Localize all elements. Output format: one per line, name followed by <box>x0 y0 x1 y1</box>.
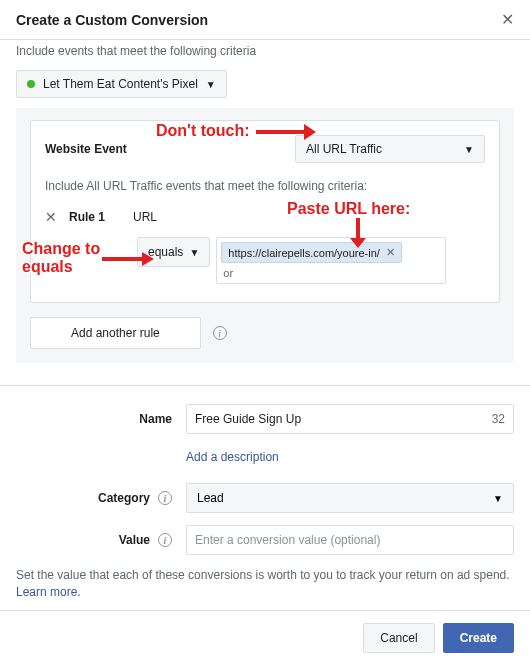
dialog-title: Create a Custom Conversion <box>16 12 208 28</box>
category-dropdown[interactable]: Lead ▼ <box>186 483 514 513</box>
include-criteria-hint: Include All URL Traffic events that meet… <box>45 179 485 193</box>
add-description-link[interactable]: Add a description <box>186 450 279 464</box>
chevron-down-icon: ▼ <box>189 247 199 258</box>
name-value: Free Guide Sign Up <box>195 412 301 426</box>
section-divider <box>0 385 530 386</box>
char-count: 32 <box>492 412 505 426</box>
website-event-value: All URL Traffic <box>306 142 382 156</box>
info-icon[interactable]: i <box>213 326 227 340</box>
chevron-down-icon: ▼ <box>464 144 474 155</box>
website-event-label: Website Event <box>45 142 127 156</box>
website-event-dropdown[interactable]: All URL Traffic ▼ <box>295 135 485 163</box>
url-chip-text: https://clairepells.com/youre-in/ <box>228 247 380 259</box>
or-label: or <box>221 267 441 279</box>
learn-more-link[interactable]: Learn more. <box>16 585 81 599</box>
chevron-down-icon: ▼ <box>206 79 216 90</box>
status-dot-icon <box>27 80 35 88</box>
criteria-hint-cutoff: Include events that meet the following c… <box>16 44 514 58</box>
add-another-rule-button[interactable]: Add another rule <box>30 317 201 349</box>
rule-name: Rule 1 <box>69 210 105 224</box>
url-value-box[interactable]: https://clairepells.com/youre-in/ ✕ or <box>216 237 446 284</box>
pixel-name: Let Them Eat Content's Pixel <box>43 77 198 91</box>
rules-panel: Website Event All URL Traffic ▼ Include … <box>16 108 514 363</box>
close-icon[interactable]: ✕ <box>501 10 514 29</box>
cancel-button[interactable]: Cancel <box>363 623 434 653</box>
operator-value: equals <box>148 245 183 259</box>
pixel-selector[interactable]: Let Them Eat Content's Pixel ▼ <box>16 70 227 98</box>
category-label: Category <box>98 491 150 505</box>
info-icon[interactable]: i <box>158 533 172 547</box>
remove-rule-icon[interactable]: ✕ <box>45 209 57 225</box>
value-input[interactable]: Enter a conversion value (optional) <box>186 525 514 555</box>
url-chip: https://clairepells.com/youre-in/ ✕ <box>221 242 402 263</box>
help-text: Set the value that each of these convers… <box>0 567 530 601</box>
dialog-header: Create a Custom Conversion ✕ <box>0 0 530 40</box>
chevron-down-icon: ▼ <box>493 493 503 504</box>
operator-dropdown[interactable]: equals ▼ <box>137 237 210 267</box>
name-label: Name <box>16 412 186 426</box>
rule-card: Website Event All URL Traffic ▼ Include … <box>30 120 500 303</box>
category-value: Lead <box>197 491 224 505</box>
remove-chip-icon[interactable]: ✕ <box>386 246 395 259</box>
info-icon[interactable]: i <box>158 491 172 505</box>
create-button[interactable]: Create <box>443 623 514 653</box>
name-input[interactable]: Free Guide Sign Up 32 <box>186 404 514 434</box>
rule-type-label: URL <box>133 210 157 224</box>
dialog-footer: Cancel Create <box>0 610 530 665</box>
value-label: Value <box>119 533 150 547</box>
